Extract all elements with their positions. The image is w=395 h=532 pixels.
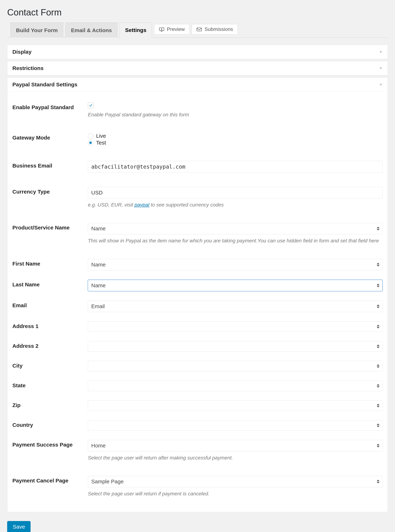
gateway-mode-test-radio[interactable]	[88, 140, 93, 146]
enable-paypal-checkbox[interactable]	[88, 103, 93, 108]
address2-select[interactable]	[88, 341, 383, 352]
last-name-label: Last Name	[12, 280, 88, 288]
address1-label: Address 1	[12, 321, 88, 329]
zip-select[interactable]	[88, 400, 383, 411]
first-name-label: First Name	[12, 259, 88, 267]
panel-display-header[interactable]: Display ▼	[7, 45, 388, 59]
preview-icon	[159, 27, 164, 31]
select-caret-icon	[377, 263, 379, 266]
select-caret-icon	[377, 444, 379, 447]
product-name-label: Product/Service Name	[12, 223, 88, 231]
last-name-select[interactable]: Name	[88, 280, 383, 291]
zip-label: Zip	[12, 400, 88, 408]
select-caret-icon	[377, 480, 379, 483]
tab-settings[interactable]: Settings	[120, 22, 152, 38]
email-label: Email	[12, 301, 88, 309]
select-caret-icon	[377, 384, 379, 388]
select-caret-icon	[377, 284, 379, 287]
select-caret-icon	[377, 227, 379, 230]
city-select[interactable]	[88, 361, 383, 371]
address1-select[interactable]	[88, 321, 383, 332]
product-name-select[interactable]: Name	[88, 223, 383, 234]
mail-icon	[197, 27, 202, 31]
enable-paypal-hint: Enable Paypal standard gateway on this f…	[88, 111, 383, 119]
success-page-label: Payment Success Page	[12, 440, 88, 448]
country-label: Country	[12, 420, 88, 428]
panel-restrictions-title: Restrictions	[12, 65, 44, 71]
cancel-page-hint: Select the page user will return if paym…	[88, 490, 383, 498]
select-caret-icon	[377, 423, 379, 427]
business-email-input[interactable]	[88, 161, 383, 173]
cancel-page-select[interactable]: Sample Page	[88, 476, 383, 487]
panel-restrictions-header[interactable]: Restrictions ▼	[7, 61, 388, 76]
page-title: Contact Form	[7, 7, 388, 18]
business-email-label: Business Email	[12, 161, 88, 169]
select-caret-icon	[377, 364, 379, 368]
chevron-down-icon: ▼	[379, 66, 383, 70]
select-caret-icon	[377, 345, 379, 348]
currency-type-label: Currency Type	[12, 187, 88, 195]
paypal-link[interactable]: paypal	[135, 202, 149, 207]
panel-paypal-header[interactable]: Paypal Standard Settings ▼	[7, 78, 388, 92]
cancel-page-label: Payment Cancel Page	[12, 476, 88, 484]
city-label: City	[12, 361, 88, 369]
currency-type-hint: e.g. USD, EUR, visit paypal to see suppo…	[88, 201, 383, 209]
chevron-down-icon: ▼	[379, 83, 383, 87]
panel-paypal-title: Paypal Standard Settings	[12, 81, 77, 88]
success-page-hint: Select the page user will return after m…	[88, 454, 383, 462]
gateway-mode-live-label: Live	[96, 133, 106, 139]
email-select[interactable]: Email	[88, 301, 383, 312]
submissions-button[interactable]: Submissions	[192, 24, 238, 34]
gateway-mode-label: Gateway Mode	[12, 133, 88, 141]
select-caret-icon	[377, 325, 379, 328]
address2-label: Address 2	[12, 341, 88, 349]
state-select[interactable]	[88, 381, 383, 391]
save-button[interactable]: Save	[7, 521, 31, 532]
svg-rect-1	[161, 31, 163, 31]
panel-paypal: Paypal Standard Settings ▼ Enable Paypal…	[7, 77, 388, 512]
state-label: State	[12, 381, 88, 389]
product-name-hint: This will show in Paypal as the item nam…	[88, 237, 383, 244]
tab-build-your-form[interactable]: Build Your Form	[11, 22, 63, 38]
gateway-mode-test-label: Test	[96, 140, 106, 146]
preview-label: Preview	[167, 26, 185, 32]
panel-display: Display ▼	[7, 45, 388, 59]
select-caret-icon	[377, 304, 379, 308]
tab-email-actions[interactable]: Email & Actions	[65, 22, 117, 38]
success-page-select[interactable]: Home	[88, 440, 383, 451]
panel-restrictions: Restrictions ▼	[7, 61, 388, 76]
chevron-down-icon: ▼	[379, 50, 383, 54]
select-caret-icon	[377, 404, 379, 407]
panel-display-title: Display	[12, 49, 32, 55]
preview-button[interactable]: Preview	[154, 24, 190, 34]
svg-rect-3	[197, 28, 202, 31]
tabstrip: Build Your Form Email & Actions Settings…	[7, 22, 388, 38]
enable-paypal-label: Enable Paypal Standard	[12, 103, 88, 110]
first-name-select[interactable]: Name	[88, 259, 383, 270]
currency-type-input[interactable]	[88, 187, 383, 198]
submissions-label: Submissions	[204, 26, 233, 32]
gateway-mode-live-radio[interactable]	[88, 133, 93, 139]
check-icon	[89, 103, 93, 107]
country-select[interactable]	[88, 420, 383, 431]
svg-point-2	[161, 28, 162, 30]
